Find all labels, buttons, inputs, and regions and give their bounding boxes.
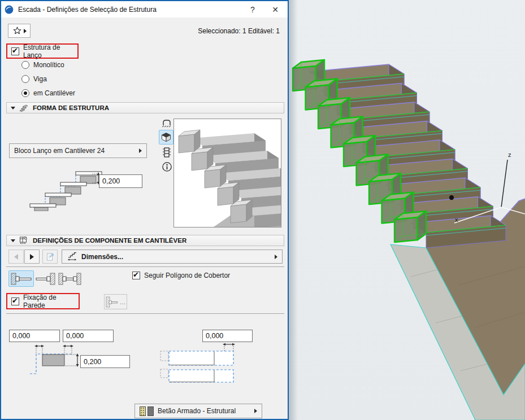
follow-polygon-label: Seguir Polígono de Cobertor xyxy=(144,272,230,279)
selection-status: Seleccionado: 1 Editável: 1 xyxy=(198,27,280,35)
prev-component-button[interactable] xyxy=(8,250,24,264)
radio-viga-circle[interactable] xyxy=(21,75,29,83)
radio-cantilever[interactable]: em Cantiléver xyxy=(21,88,75,99)
section-title: DEFINIÇÕES DE COMPONENTE EM CANTILÉVER xyxy=(33,237,186,244)
radio-monolitico[interactable]: Monolítico xyxy=(21,59,64,71)
structure-shape-icon xyxy=(19,104,29,112)
thickness-diagram xyxy=(9,169,105,211)
info-icon xyxy=(162,161,172,172)
next-component-button[interactable] xyxy=(24,250,40,264)
follow-polygon-checkbox-row[interactable]: Seguir Polígono de Cobertor xyxy=(132,270,230,281)
offset-left-input[interactable] xyxy=(9,330,60,342)
highlight-estrutura-lanco: Estrutura de Lanço xyxy=(6,43,79,59)
preview-stairs-image xyxy=(174,119,281,227)
fixing-option-wall-left[interactable] xyxy=(8,270,34,287)
fixing-option-wall-right[interactable] xyxy=(35,272,57,286)
star-icon xyxy=(12,26,22,36)
dropdown-arrow-icon xyxy=(275,255,277,259)
titlebar[interactable]: Escada - Definições de Selecção de Estru… xyxy=(1,1,288,18)
archicad-logo-icon xyxy=(5,5,14,14)
collapse-icon[interactable] xyxy=(11,239,15,242)
flyout-arrow-icon xyxy=(24,29,27,33)
structure-preview[interactable] xyxy=(173,119,281,228)
selection-hotspot-dot xyxy=(449,195,454,200)
info-button[interactable] xyxy=(159,160,174,173)
profile-label: Bloco Lanço em Cantilever 24 xyxy=(14,147,105,155)
section-title: FORMA DE ESTRUTURA xyxy=(33,104,109,111)
component-settings-icon xyxy=(19,236,29,245)
fixing-option-both[interactable] xyxy=(57,272,83,286)
radio-monolitico-circle[interactable] xyxy=(21,61,29,69)
offset-mid-input[interactable] xyxy=(63,330,114,342)
divider xyxy=(6,313,284,314)
divider xyxy=(6,266,284,267)
wall-fixing-icon xyxy=(106,296,118,308)
stair-steps xyxy=(293,60,506,248)
radio-cantilever-circle[interactable] xyxy=(21,89,29,97)
radio-monolitico-label: Monolítico xyxy=(33,61,64,69)
arrow-right-icon xyxy=(30,254,34,260)
view-plan-button[interactable] xyxy=(159,117,174,129)
screenshot-root: z x Escada - Definições de Selecção de E… xyxy=(0,0,525,420)
material-dropdown[interactable]: Betão Armado - Estrutural xyxy=(134,404,262,418)
cube-3d-icon xyxy=(160,132,172,143)
radio-viga[interactable]: Viga xyxy=(21,73,47,85)
dimensions-label: Dimensões... xyxy=(81,253,123,261)
dropdown-arrow-icon xyxy=(139,148,142,153)
arrow-left-icon xyxy=(14,254,18,260)
follow-polygon-checkbox[interactable] xyxy=(132,272,140,279)
highlight-fixacao-parede: Fixação de Parede xyxy=(6,293,80,309)
dimensions-dropdown[interactable]: Dimensões... xyxy=(62,250,283,264)
flight-structure-label: Estrutura de Lanço xyxy=(23,43,77,59)
axis-z-label: z xyxy=(508,151,511,158)
block-height-input[interactable] xyxy=(80,355,130,368)
flight-structure-checkbox[interactable] xyxy=(11,47,19,55)
wall-fixing-checkbox[interactable] xyxy=(11,298,19,305)
view-section-button[interactable] xyxy=(159,146,174,159)
material-cut-swatch-icon xyxy=(140,406,146,416)
radio-viga-label: Viga xyxy=(33,75,47,83)
thickness-input[interactable] xyxy=(99,174,142,188)
help-button[interactable]: ? xyxy=(244,2,262,16)
view-3d-button[interactable] xyxy=(159,130,173,145)
fixing-left-icon xyxy=(10,272,33,286)
close-button[interactable]: ✕ xyxy=(266,2,284,16)
fixing-both-icon xyxy=(58,272,82,286)
wall-fixing-options-button[interactable]: ... xyxy=(104,294,127,309)
material-label: Betão Armado - Estrutural xyxy=(158,407,236,415)
section-forma-estrutura[interactable]: FORMA DE ESTRUTURA xyxy=(6,102,284,113)
dropdown-arrow-icon xyxy=(254,409,257,413)
transfer-settings-icon xyxy=(46,252,55,261)
block-plan-diagram xyxy=(159,340,255,385)
structure-profile-dropdown[interactable]: Bloco Lanço em Cantilever 24 xyxy=(9,143,147,158)
material-surface-swatch-icon xyxy=(147,406,154,416)
more-options-label: ... xyxy=(120,298,125,306)
transfer-settings-button[interactable] xyxy=(42,250,58,264)
wall-fixing-label: Fixação de Parede xyxy=(23,294,79,309)
dimensions-icon xyxy=(67,252,77,261)
favorites-button[interactable] xyxy=(8,24,31,38)
radio-cantilever-label: em Cantiléver xyxy=(33,89,75,97)
window-title: Escada - Definições de Selecção de Estru… xyxy=(18,6,239,14)
section-componente-cantilever[interactable]: DEFINIÇÕES DE COMPONENTE EM CANTILÉVER xyxy=(6,235,284,246)
stair-structure-settings-dialog: Escada - Definições de Selecção de Estru… xyxy=(0,0,289,420)
fixing-right-icon xyxy=(36,272,56,286)
collapse-icon[interactable] xyxy=(11,107,15,110)
3d-viewport[interactable]: z x xyxy=(289,0,525,420)
section-view-icon xyxy=(162,147,172,158)
axis-x-label: x xyxy=(455,216,458,223)
plan-view-icon xyxy=(161,118,172,128)
stairs-3d-render: z x xyxy=(289,0,525,420)
